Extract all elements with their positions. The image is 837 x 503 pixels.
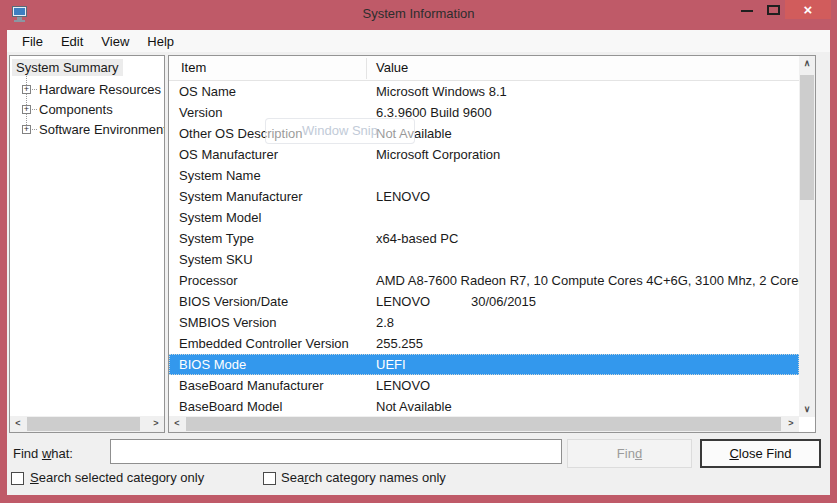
search-category-names-checkbox[interactable] bbox=[263, 472, 276, 485]
row-item-cell: System SKU bbox=[179, 249, 253, 270]
row-item-cell: System Type bbox=[179, 228, 254, 249]
row-item-cell: BaseBoard Manufacturer bbox=[179, 375, 324, 396]
table-row[interactable]: System SKU bbox=[169, 249, 799, 270]
row-item-cell: SMBIOS Version bbox=[179, 312, 277, 333]
table-row[interactable]: Embedded Controller Version255.255 bbox=[169, 333, 799, 354]
find-what-label: Find what: bbox=[13, 446, 73, 461]
row-value-cell: LENOVO bbox=[376, 186, 430, 207]
table-row[interactable]: System Typex64-based PC bbox=[169, 228, 799, 249]
row-value-cell: 255.255 bbox=[376, 333, 423, 354]
row-value-cell: LENOVO bbox=[376, 375, 430, 396]
close-find-button[interactable]: Close Find bbox=[700, 439, 821, 468]
menubar: FileEditViewHelp bbox=[7, 30, 830, 52]
chevron-left-icon[interactable]: < bbox=[169, 416, 185, 431]
table-row[interactable]: System ManufacturerLENOVO bbox=[169, 186, 799, 207]
row-value-cell: Not Available bbox=[376, 396, 452, 417]
chevron-right-icon[interactable]: > bbox=[148, 416, 164, 431]
list-horizontal-scrollbar[interactable]: < > bbox=[169, 416, 799, 432]
table-row[interactable]: System Name bbox=[169, 165, 799, 186]
table-row[interactable]: BIOS Version/DateLENOVO30/06/2015 bbox=[169, 291, 799, 312]
maximize-button[interactable] bbox=[762, 0, 786, 19]
row-item-cell: System Manufacturer bbox=[179, 186, 303, 207]
table-row[interactable]: BaseBoard ModelNot Available bbox=[169, 396, 799, 417]
chevron-up-icon[interactable]: ∧ bbox=[799, 56, 815, 71]
tree-horizontal-scrollbar[interactable]: < > bbox=[10, 416, 164, 432]
row-value-cell: LENOVO bbox=[376, 291, 430, 312]
list-hscroll-thumb[interactable] bbox=[186, 417, 781, 431]
row-item-cell: BaseBoard Model bbox=[179, 396, 282, 417]
tree-item-label: Components bbox=[39, 102, 113, 118]
list-rows: OS NameMicrosoft Windows 8.1Version6.3.9… bbox=[169, 81, 799, 417]
window-title: System Information bbox=[0, 6, 837, 21]
row-item-cell: OS Name bbox=[179, 81, 236, 102]
column-separator[interactable] bbox=[366, 58, 367, 79]
tree-item-system-summary[interactable]: System Summary bbox=[12, 59, 123, 76]
row-value-cell: x64-based PC bbox=[376, 228, 458, 249]
table-row[interactable]: Other OS DescriptionNot Available bbox=[169, 123, 799, 144]
row-value-cell: 6.3.9600 Build 9600 bbox=[376, 102, 492, 123]
minimize-icon bbox=[741, 10, 753, 12]
row-value-cell: 2.8 bbox=[376, 312, 394, 333]
search-selected-category-checkbox[interactable] bbox=[11, 472, 24, 485]
close-icon: × bbox=[804, 1, 813, 18]
vscroll-thumb[interactable] bbox=[800, 75, 814, 200]
row-item-cell: Version bbox=[179, 102, 222, 123]
column-header-item[interactable]: Item bbox=[181, 60, 206, 75]
table-row[interactable]: System Model bbox=[169, 207, 799, 228]
expand-plus-icon[interactable]: + bbox=[22, 125, 31, 134]
search-category-names-label[interactable]: Search category names only bbox=[281, 470, 446, 485]
row-item-cell: BIOS Version/Date bbox=[179, 291, 288, 312]
row-value-cell: Not Available bbox=[376, 123, 452, 144]
menu-item-view[interactable]: View bbox=[92, 32, 138, 51]
expand-plus-icon[interactable]: + bbox=[22, 85, 31, 94]
maximize-icon bbox=[767, 5, 780, 15]
table-row[interactable]: OS NameMicrosoft Windows 8.1 bbox=[169, 81, 799, 102]
column-header-value[interactable]: Value bbox=[376, 60, 408, 75]
row-item-cell: System Name bbox=[179, 165, 261, 186]
tree-item-hardware-resources[interactable]: +Hardware Resources bbox=[10, 82, 164, 98]
row-item-cell: Other OS Description bbox=[179, 123, 303, 144]
row-value-cell: AMD A8-7600 Radeon R7, 10 Compute Cores … bbox=[376, 270, 799, 291]
table-row[interactable]: SMBIOS Version2.8 bbox=[169, 312, 799, 333]
row-value2-cell: 30/06/2015 bbox=[471, 291, 536, 312]
row-value-cell: Microsoft Windows 8.1 bbox=[376, 81, 507, 102]
row-item-cell: BIOS Mode bbox=[179, 354, 246, 375]
find-button[interactable]: Find bbox=[567, 439, 692, 468]
category-tree-pane: System Summary +Hardware Resources+Compo… bbox=[9, 55, 165, 433]
table-row[interactable]: BaseBoard ManufacturerLENOVO bbox=[169, 375, 799, 396]
close-button[interactable]: × bbox=[785, 0, 831, 19]
list-header: Item Value bbox=[169, 56, 799, 81]
row-item-cell: System Model bbox=[179, 207, 261, 228]
row-item-cell: Embedded Controller Version bbox=[179, 333, 349, 354]
row-item-cell: OS Manufacturer bbox=[179, 144, 278, 165]
search-selected-category-label[interactable]: Search selected category only bbox=[30, 470, 204, 485]
row-item-cell: Processor bbox=[179, 270, 238, 291]
titlebar: System Information × bbox=[0, 0, 837, 30]
tree-item-label: Hardware Resources bbox=[39, 82, 161, 98]
tree-item-software-environment[interactable]: +Software Environment bbox=[10, 122, 164, 138]
find-input[interactable] bbox=[110, 439, 562, 464]
tree-item-components[interactable]: +Components bbox=[10, 102, 164, 118]
tree-item-label: Software Environment bbox=[39, 122, 165, 138]
system-information-window: System Information × FileEditViewHelp Sy… bbox=[0, 0, 837, 503]
menu-item-edit[interactable]: Edit bbox=[52, 32, 92, 51]
table-row[interactable]: ProcessorAMD A8-7600 Radeon R7, 10 Compu… bbox=[169, 270, 799, 291]
minimize-button[interactable] bbox=[736, 0, 760, 19]
row-value-cell: Microsoft Corporation bbox=[376, 144, 500, 165]
table-row[interactable]: Version6.3.9600 Build 9600 bbox=[169, 102, 799, 123]
table-row[interactable]: BIOS ModeUEFI bbox=[169, 354, 799, 375]
tree-hscroll-thumb[interactable] bbox=[27, 417, 140, 431]
expand-plus-icon[interactable]: + bbox=[22, 105, 31, 114]
row-value-cell: UEFI bbox=[376, 354, 406, 375]
menu-item-file[interactable]: File bbox=[13, 32, 52, 51]
menu-item-help[interactable]: Help bbox=[138, 32, 183, 51]
details-list-pane: Item Value OS NameMicrosoft Windows 8.1V… bbox=[168, 55, 816, 433]
vertical-scrollbar[interactable]: ∧ ∨ bbox=[799, 56, 815, 417]
chevron-down-icon[interactable]: ∨ bbox=[799, 402, 815, 417]
table-row[interactable]: OS ManufacturerMicrosoft Corporation bbox=[169, 144, 799, 165]
chevron-left-icon[interactable]: < bbox=[10, 416, 26, 431]
chevron-right-icon[interactable]: > bbox=[783, 416, 799, 431]
